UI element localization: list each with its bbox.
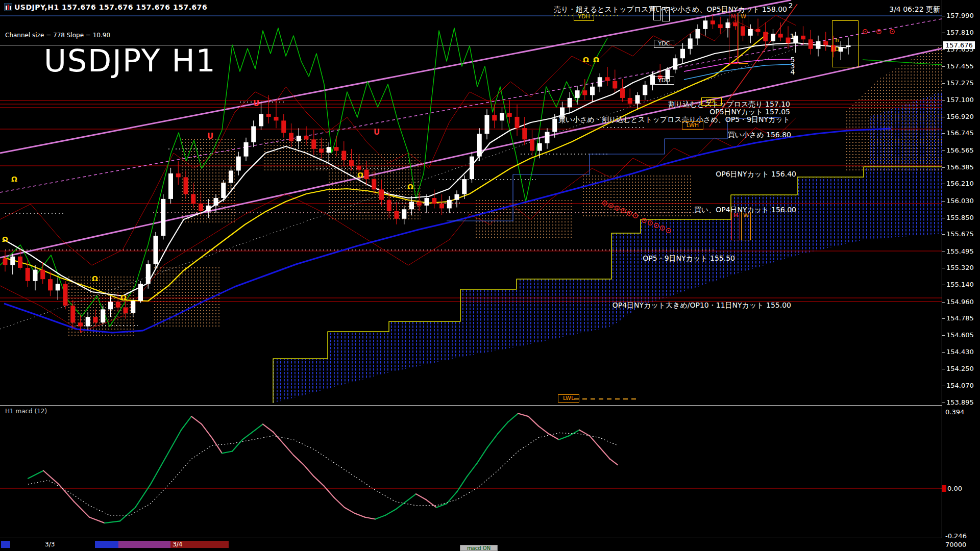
candle-body xyxy=(40,270,45,280)
axis-tick-mark xyxy=(942,184,945,184)
date-label: 3/4 xyxy=(173,541,182,548)
candle-body xyxy=(364,170,369,180)
chart-annotation: OP6日NYカット 156.40 xyxy=(716,170,796,179)
axis-tick-mark xyxy=(942,49,945,50)
macd-main-line xyxy=(232,440,242,452)
omega-marker: Ω xyxy=(92,274,98,283)
candle-body xyxy=(184,177,188,194)
candle-body xyxy=(334,147,339,151)
macd-main-line xyxy=(324,486,334,498)
axis-tick-label: 155.675 xyxy=(946,230,974,238)
candle-body xyxy=(462,179,467,194)
macd-main-line xyxy=(590,436,600,447)
kumo-cloud-orange xyxy=(264,137,329,171)
axis-tick-label: 156.745 xyxy=(946,129,974,137)
pane-separator-main-macd[interactable] xyxy=(0,405,942,406)
chart-annotation: 買い小さめ 156.80 xyxy=(728,131,791,140)
candle-body xyxy=(138,284,143,300)
candle-body xyxy=(251,126,256,142)
channel-info-text: Channel size = 778 Slope = 10.90 xyxy=(5,32,110,39)
candle-body xyxy=(756,29,761,32)
axis-tick-mark xyxy=(942,369,945,369)
price-axis[interactable]: 157.990157.810157.635157.455157.275157.1… xyxy=(942,0,980,551)
u-marker: U xyxy=(207,132,213,141)
chart-annotation: OP4日NYカット大きめ/OP10・11日NYカット 155.00 xyxy=(612,301,791,310)
macd-main-line xyxy=(508,413,518,422)
candle-body xyxy=(191,194,195,204)
signal-ring-dot xyxy=(650,222,651,223)
candle-body xyxy=(771,34,775,41)
signal-ring-dot xyxy=(865,31,866,32)
candle-body xyxy=(409,202,414,209)
macd-axis-label: 0.00 xyxy=(947,485,962,492)
axis-tick-mark xyxy=(942,201,945,202)
axis-tick-label: 154.785 xyxy=(946,314,974,322)
candle-body xyxy=(108,302,113,310)
macd-main-line xyxy=(498,422,508,434)
macd-main-line xyxy=(334,498,345,508)
candle-body xyxy=(395,211,399,219)
candle-body xyxy=(357,166,361,169)
candle-body xyxy=(319,149,324,153)
macd-main-line xyxy=(355,513,365,517)
kumo-cloud-orange xyxy=(153,265,219,328)
candle-body xyxy=(455,194,459,200)
axis-tick-mark xyxy=(942,268,945,268)
candle-body xyxy=(289,133,293,141)
update-timestamp: 3/4 06:22 更新 xyxy=(889,5,940,14)
axis-tick-mark xyxy=(942,386,945,386)
candle-body xyxy=(131,301,135,313)
macd-main-line xyxy=(518,413,528,416)
signal-ring-dot xyxy=(892,31,893,32)
axis-tick-label: 154.960 xyxy=(946,298,974,306)
macd-zero-marker xyxy=(942,485,946,492)
macd-main-line xyxy=(202,424,212,438)
level-tag-w: W xyxy=(739,13,748,64)
macd-main-line xyxy=(385,510,396,515)
candle-body xyxy=(552,119,557,132)
macd-main-line xyxy=(28,471,43,479)
candle-body xyxy=(18,257,22,268)
macd-main-line xyxy=(396,502,406,509)
macd-toggle-button[interactable]: macd ON xyxy=(460,545,498,551)
macd-axis-label: 0.394 xyxy=(945,408,964,416)
candle-body xyxy=(801,36,805,39)
macd-main-line xyxy=(406,494,416,502)
axis-tick-label: 155.495 xyxy=(946,247,974,255)
axis-tick-mark xyxy=(942,117,945,117)
wave-count-digit: 2 xyxy=(789,2,793,10)
signal-ring-dot xyxy=(629,213,630,214)
candle-body xyxy=(297,136,301,141)
macd-main-line xyxy=(487,434,498,447)
candle-body xyxy=(349,160,354,166)
candle-body xyxy=(176,173,181,177)
level-tag-lwl: LWL xyxy=(558,394,579,403)
candle-body xyxy=(199,204,203,211)
candle-body xyxy=(124,308,128,313)
candle-body xyxy=(515,117,520,128)
axis-tick-label: 157.810 xyxy=(946,29,974,36)
axis-tick-mark xyxy=(942,167,945,168)
candle-body xyxy=(470,157,474,179)
axis-tick-mark xyxy=(942,151,945,151)
candle-body xyxy=(522,128,527,139)
candle-body xyxy=(808,39,813,49)
candle-body xyxy=(688,38,693,48)
wave-count-digit: 1 xyxy=(790,32,795,40)
candle-body xyxy=(748,29,753,36)
candle-body xyxy=(816,41,821,49)
macd-main-line xyxy=(304,465,314,477)
fan-magenta xyxy=(684,59,792,71)
candle-body xyxy=(507,113,512,117)
candle-body xyxy=(379,189,384,199)
candle-body xyxy=(3,258,8,265)
macd-main-line xyxy=(59,484,74,502)
macd-main-line xyxy=(166,430,181,457)
price-chart-canvas[interactable]: ΩΩΩΩΩΩΩΩUUU21534 xyxy=(0,0,942,551)
candle-body xyxy=(274,117,279,120)
candle-body xyxy=(259,114,263,126)
axis-tick-label: 155.320 xyxy=(946,264,974,271)
candle-body xyxy=(206,206,211,211)
omega-marker: Ω xyxy=(357,171,363,179)
axis-tick-label: 156.565 xyxy=(946,146,974,154)
